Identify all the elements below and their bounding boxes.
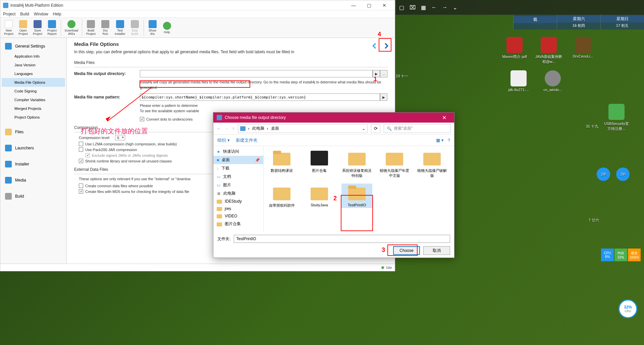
battery-icon[interactable]: ⌧ bbox=[410, 4, 416, 11]
desktop-cnwin[interactable]: cn_windo... bbox=[539, 70, 567, 92]
sidebar-general-settings[interactable]: General Settings bbox=[2, 41, 65, 52]
save-project-button[interactable]: Save Project bbox=[31, 18, 45, 37]
test-installer-button[interactable]: Test Installer bbox=[113, 18, 127, 37]
forward-icon[interactable]: → bbox=[442, 4, 447, 11]
download-jres-button[interactable]: Download JREs bbox=[63, 18, 80, 37]
tree-video[interactable]: VIDEO bbox=[213, 212, 263, 220]
view-mode-button[interactable]: ▦ ▾ bbox=[436, 138, 444, 143]
output-dir-label: Media file output directory: bbox=[74, 71, 140, 76]
back-icon[interactable]: ← bbox=[431, 4, 437, 11]
nav-forward-icon[interactable]: → bbox=[224, 126, 229, 131]
open-project-button[interactable]: Open Project bbox=[16, 18, 30, 37]
desktop-drv[interactable]: DrvCeooLi... bbox=[569, 37, 597, 64]
desktop-zip1[interactable]: ZIP bbox=[595, 167, 612, 182]
folder-item[interactable]: 植物大战僵尸年度中文版 bbox=[379, 149, 410, 178]
tree-picset[interactable]: 图片合集 bbox=[213, 220, 263, 228]
nav-back-icon[interactable]: ← bbox=[217, 126, 221, 131]
down-icon[interactable]: ⌄ bbox=[453, 4, 457, 11]
organize-menu[interactable]: 组织 ▾ bbox=[217, 137, 230, 143]
tree-idestudy[interactable]: IDEStudy bbox=[213, 198, 263, 205]
help-button[interactable]: Help bbox=[160, 18, 174, 37]
svg-rect-4 bbox=[217, 222, 222, 226]
desktop-pdf-maven[interactable]: Maven简介.pdf bbox=[500, 37, 529, 64]
tablet-icon[interactable]: ▢ bbox=[399, 4, 404, 11]
output-dir-input[interactable] bbox=[140, 70, 373, 77]
sidebar-build[interactable]: Build bbox=[2, 191, 65, 202]
tree-pc[interactable]: 🖥此电脑 bbox=[213, 189, 263, 198]
sidebar-compiler-variables[interactable]: Compiler Variables bbox=[2, 95, 65, 104]
new-project-button[interactable]: New Project bbox=[2, 18, 16, 37]
new-folder-button[interactable]: 新建文件夹 bbox=[236, 137, 258, 143]
stop-build-button[interactable]: Stop Build bbox=[128, 18, 142, 37]
tree-quick-access[interactable]: ★快速访问 bbox=[213, 147, 263, 156]
folder-item-selected[interactable]: TestPrintIO bbox=[341, 184, 372, 208]
help-icon[interactable]: ? bbox=[448, 138, 450, 143]
folder-item[interactable]: 数据结构课设 bbox=[266, 149, 297, 178]
sidebar-installer[interactable]: Installer bbox=[2, 158, 65, 170]
sidebar-code-signing[interactable]: Code Signing bbox=[2, 87, 65, 95]
show-ids-button[interactable]: Show IDs bbox=[146, 18, 160, 37]
sidebar-merged-projects[interactable]: Merged Projects bbox=[2, 104, 65, 113]
search-input[interactable]: 🔍搜索"桌面" bbox=[384, 124, 451, 133]
menu-help[interactable]: Help bbox=[53, 12, 61, 16]
calendar-icon[interactable]: ▦ bbox=[421, 4, 426, 11]
dialog-close-button[interactable]: ✕ bbox=[437, 115, 451, 121]
folder-item[interactable]: StudyJava bbox=[304, 184, 335, 208]
minimize-button[interactable]: — bbox=[346, 0, 361, 10]
close-button[interactable]: ✕ bbox=[377, 0, 392, 10]
sidebar-project-options[interactable]: Project Options bbox=[2, 113, 65, 122]
common-data-checkbox[interactable] bbox=[79, 184, 83, 188]
shrink-checkbox[interactable] bbox=[79, 159, 83, 163]
nav-next-button[interactable] bbox=[381, 41, 391, 51]
maximize-button[interactable]: ▢ bbox=[361, 0, 377, 10]
compression-level-select[interactable]: 6 bbox=[115, 135, 125, 140]
system-taskbar: ▢ ⌧ ▦ ← → ⌄ bbox=[396, 0, 644, 15]
choose-button[interactable]: Choose bbox=[393, 246, 420, 255]
nav-up-icon[interactable]: ↑ bbox=[232, 126, 234, 131]
pack200-checkbox[interactable] bbox=[79, 147, 83, 152]
folder-item[interactable]: 图片合集 bbox=[304, 149, 335, 178]
lzma-checkbox[interactable] bbox=[79, 142, 83, 146]
desktop-zip2[interactable]: ZIP bbox=[614, 167, 631, 182]
menu-build[interactable]: Build bbox=[20, 12, 29, 16]
sidebar-media[interactable]: Media bbox=[2, 175, 65, 186]
sidebar-media-file-options[interactable]: Media File Options bbox=[2, 78, 65, 87]
build-project-button[interactable]: Build Project bbox=[84, 18, 98, 37]
menu-window[interactable]: Window bbox=[34, 12, 48, 16]
md5-checkbox[interactable] bbox=[79, 189, 83, 194]
svg-rect-5 bbox=[273, 153, 290, 165]
sidebar-java-version[interactable]: Java Version bbox=[2, 61, 65, 69]
media-files-group: Media Files bbox=[74, 60, 387, 66]
desktop-pdf-java[interactable]: JAVA基础案例教程@w... bbox=[535, 37, 563, 64]
output-dir-vars-button[interactable]: ▶ bbox=[373, 70, 380, 77]
folder-item[interactable]: 系统错误修复精灵特别版 bbox=[341, 149, 372, 178]
sidebar-files[interactable]: Files bbox=[2, 126, 65, 138]
desktop-jdk[interactable]: jdk-8u271-... bbox=[504, 70, 533, 92]
dialog-titlebar: Choose media file output directory ✕ bbox=[213, 113, 454, 123]
output-dir-browse-button[interactable]: … bbox=[380, 70, 387, 77]
cancel-button[interactable]: 取消 bbox=[423, 246, 450, 255]
desktop-usb[interactable]: USBSecurity官方待注册... bbox=[602, 104, 631, 131]
tree-documents[interactable]: ▭文档 bbox=[213, 172, 263, 181]
nav-back-button[interactable] bbox=[370, 41, 379, 51]
cal-sunday: 星期日 17 初五 bbox=[600, 15, 644, 29]
breadcrumb[interactable]: › 此电脑 › 桌面 ⌄ bbox=[238, 124, 368, 133]
tree-pictures[interactable]: ▭图片 bbox=[213, 181, 263, 189]
tree-jres[interactable]: jres bbox=[213, 205, 263, 212]
filename-input[interactable] bbox=[234, 235, 450, 243]
exclude-signed-checkbox[interactable] bbox=[86, 153, 90, 157]
mem-cell: 内存32% bbox=[614, 249, 627, 261]
pattern-vars-button[interactable]: ▶ bbox=[380, 93, 387, 101]
sidebar-launchers[interactable]: Launchers bbox=[2, 142, 65, 154]
folder-item[interactable]: 植物大战僵尸破解版 bbox=[417, 149, 447, 178]
folder-item[interactable]: 自带授权码软件 bbox=[266, 184, 297, 208]
tree-downloads[interactable]: ↓下载 bbox=[213, 164, 263, 172]
dry-run-button[interactable]: Dry Run bbox=[98, 18, 112, 37]
sidebar-app-info[interactable]: Application Info bbox=[2, 52, 65, 61]
refresh-button[interactable]: ⟳ bbox=[371, 124, 380, 133]
sidebar-languages[interactable]: Languages bbox=[2, 69, 65, 78]
project-report-button[interactable]: Project Report bbox=[45, 18, 59, 37]
pattern-input[interactable] bbox=[140, 93, 380, 101]
menu-project[interactable]: Project bbox=[3, 12, 15, 16]
tree-desktop[interactable]: ■桌面📌 bbox=[213, 156, 263, 164]
